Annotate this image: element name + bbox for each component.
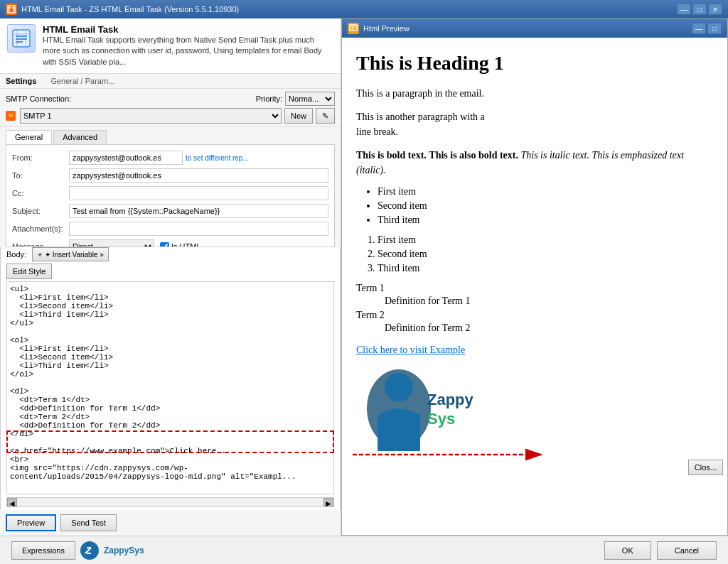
app-description: HTML Email Task supports everything from… <box>43 35 333 67</box>
smtp-new-btn[interactable]: New <box>284 108 313 124</box>
minimize-btn[interactable]: — <box>677 4 691 15</box>
scroll-left-btn[interactable]: ◄ <box>7 498 17 506</box>
edit-style-btn[interactable]: Edit Style <box>6 264 52 279</box>
scroll-right-btn[interactable]: ► <box>323 498 333 506</box>
svg-point-12 <box>80 541 99 560</box>
from-input[interactable] <box>69 151 183 165</box>
preview-maximize-btn[interactable]: □ <box>707 23 722 34</box>
settings-sublabel: General / Param... <box>50 77 114 85</box>
preview-controls: — □ <box>692 23 722 34</box>
preview-icon <box>348 23 359 34</box>
smtp-section: SMTP Connection: Priority: Norma... ✉ SM… <box>0 89 341 127</box>
footer-right: OK Cancel <box>604 541 717 560</box>
expressions-btn[interactable]: Expressions <box>11 541 75 560</box>
code-editor[interactable]: <ul> <li>First item</li> <li>Second item… <box>6 281 334 494</box>
is-html-checkbox[interactable] <box>160 242 169 247</box>
left-panel: HTML Email Task HTML Email Task supports… <box>0 18 341 536</box>
subject-label: Subject: <box>12 207 69 215</box>
preview-term1: Term 1 <box>356 283 713 294</box>
preview-close-btn[interactable]: Clos... <box>688 460 723 475</box>
body-toolbar: Body: ✦ ✦ Insert Variable » <box>6 247 334 261</box>
svg-rect-4 <box>16 41 23 43</box>
window-title: HTML Email Task - ZS HTML Email Task (Ve… <box>21 5 239 13</box>
horizontal-scrollbar[interactable]: ◄ ► <box>6 497 334 507</box>
preview-ol-item3: Third item <box>378 263 713 274</box>
tab-general[interactable]: General <box>6 130 52 144</box>
preview-def2: Definition for Term 2 <box>385 322 713 334</box>
close-btn[interactable]: ✕ <box>708 4 722 15</box>
attachments-label: Attachment(s): <box>12 224 69 233</box>
preview-heading1: This is Heading 1 <box>356 52 713 75</box>
app-header-text: HTML Email Task HTML Email Task supports… <box>43 24 333 67</box>
to-input[interactable] <box>69 168 328 183</box>
preview-ol: First item Second item Third item <box>378 234 713 274</box>
svg-rect-3 <box>16 38 27 40</box>
attachments-input[interactable] <box>69 222 328 236</box>
preview-italic: This is italic text. <box>520 150 589 161</box>
tab-advanced[interactable]: Advanced <box>53 130 107 144</box>
to-label: To: <box>12 171 69 180</box>
svg-text:Sys: Sys <box>427 410 455 428</box>
preview-minimize-btn[interactable]: — <box>692 23 706 34</box>
cc-row: Cc: <box>12 186 328 200</box>
attachments-row: Attachment(s): <box>12 222 328 236</box>
insert-variable-btn[interactable]: ✦ ✦ Insert Variable » <box>32 247 109 261</box>
footer: Expressions ZappySys OK Cancel <box>0 536 728 564</box>
svg-point-7 <box>385 373 413 401</box>
preview-btn[interactable]: Preview <box>6 514 56 531</box>
preview-bold-para: This is bold text. This is also bold tex… <box>356 148 713 178</box>
app-title: HTML Email Task <box>43 24 333 35</box>
preview-ul: First item Second item Third item <box>378 186 713 226</box>
to-row: To: <box>12 168 328 183</box>
from-link[interactable]: to set different rep... <box>186 154 249 162</box>
window-controls: — □ ✕ <box>677 4 722 15</box>
svg-text:Zappy: Zappy <box>427 391 474 408</box>
preview-ul-item3: Third item <box>378 215 713 226</box>
preview-title: Html Preview <box>363 24 410 33</box>
maximize-btn[interactable]: □ <box>692 4 707 15</box>
code-area-wrapper: <ul> <li>First item</li> <li>Second item… <box>6 281 334 497</box>
smtp-edit-btn[interactable]: ✎ <box>316 108 335 124</box>
action-buttons: Preview Send Test <box>0 510 341 536</box>
main-title-bar: HTML Email Task - ZS HTML Email Task (Ve… <box>0 0 728 18</box>
from-row: From: to set different rep... <box>12 151 328 165</box>
body-section: Body: ✦ ✦ Insert Variable » Edit Style <… <box>0 247 341 510</box>
app-icon <box>6 4 17 15</box>
preview-link[interactable]: Click here to visit Example <box>356 345 465 355</box>
svg-rect-2 <box>16 36 27 37</box>
tabs-container: General Advanced <box>0 127 341 144</box>
message-row: Message Direct Is HTML <box>12 239 328 247</box>
app-header: HTML Email Task HTML Email Task supports… <box>0 18 341 74</box>
preview-title-left: Html Preview <box>348 23 410 34</box>
send-test-btn[interactable]: Send Test <box>60 514 117 531</box>
insert-variable-label: ✦ Insert Variable » <box>45 251 104 259</box>
subject-input[interactable] <box>69 204 328 218</box>
preview-para2-line2: line break. <box>356 126 398 137</box>
cc-input[interactable] <box>69 186 328 200</box>
message-label: Message <box>12 242 69 247</box>
zappysys-label: ZappySys <box>104 546 144 555</box>
message-select[interactable]: Direct <box>69 239 154 247</box>
insert-variable-icon: ✦ <box>37 251 43 259</box>
preview-para2: This is another paragraph with a line br… <box>356 109 713 139</box>
is-html-label: Is HTML <box>160 242 201 247</box>
preview-panel: Html Preview — □ This is Heading 1 This … <box>341 18 728 536</box>
preview-para2-line1: This is another paragraph with a <box>356 112 485 122</box>
preview-title-bar: Html Preview — □ <box>342 19 727 38</box>
smtp-select[interactable]: SMTP 1 <box>20 108 282 124</box>
outer-window: HTML Email Task - ZS HTML Email Task (Ve… <box>0 0 728 564</box>
subject-row: Subject: <box>12 204 328 218</box>
cancel-btn[interactable]: Cancel <box>657 541 717 560</box>
tab-content: From: to set different rep... To: Cc: Su… <box>6 144 335 247</box>
smtp-icon: ✉ <box>6 111 16 121</box>
smtp-connection-label: SMTP Connection: <box>6 94 71 103</box>
priority-select[interactable]: Norma... <box>285 92 335 106</box>
body-label: Body: <box>6 250 26 259</box>
preview-ol-item1: First item <box>378 234 713 246</box>
zappysys-logo-icon <box>80 541 100 560</box>
preview-content: This is Heading 1 This is a paragraph in… <box>342 38 727 535</box>
ok-btn[interactable]: OK <box>604 541 651 560</box>
priority-label: Priority: <box>256 94 282 103</box>
preview-para1: This is a paragraph in the email. <box>356 86 713 101</box>
preview-bold1: This is bold text. <box>356 150 427 161</box>
